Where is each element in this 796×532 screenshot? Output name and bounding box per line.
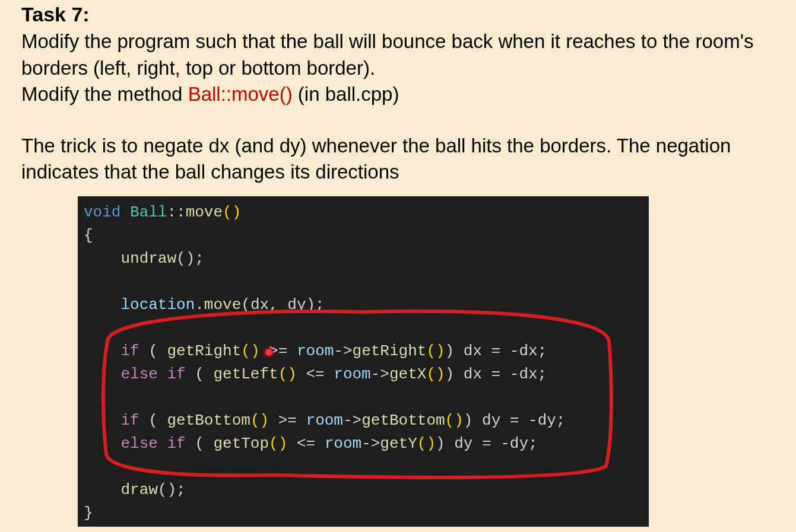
code-line-10: } — [84, 502, 643, 525]
method-reference: Ball::move() — [188, 83, 293, 105]
code-line-2: { — [84, 224, 643, 247]
task-desc-line1: Modify the program such that the ball wi… — [21, 30, 753, 79]
code-line-6: else if ( getLeft() <= room->getX()) dx … — [84, 363, 643, 386]
code-line-3: undraw(); — [84, 247, 643, 270]
code-line-4: location.move(dx, dy); — [84, 294, 643, 317]
code-blank-2 — [84, 317, 643, 340]
code-line-5: if ( getRight() >= room->getRight()) dx … — [84, 340, 643, 363]
task-explanation: The trick is to negate dx (and dy) whene… — [21, 133, 775, 186]
code-blank-1 — [84, 270, 643, 294]
code-snippet: void Ball::move() { undraw(); location.m… — [78, 196, 649, 527]
code-blank-3 — [84, 386, 643, 409]
slide-content: Task 7: Modify the program such that the… — [0, 0, 796, 527]
task-description: Modify the program such that the ball wi… — [21, 28, 775, 108]
code-line-7: if ( getBottom() >= room->getBottom()) d… — [84, 409, 643, 432]
laser-pointer-icon — [265, 348, 273, 356]
task-desc-line2-prefix: Modify the method — [21, 83, 188, 105]
code-line-1: void Ball::move() — [84, 201, 643, 224]
task-title: Task 7: — [21, 3, 775, 26]
code-line-9: draw(); — [84, 479, 643, 502]
task-desc-line2-suffix: (in ball.cpp) — [293, 83, 399, 105]
code-blank-4 — [84, 455, 643, 479]
code-line-8: else if ( getTop() <= room->getY()) dy =… — [84, 432, 643, 455]
